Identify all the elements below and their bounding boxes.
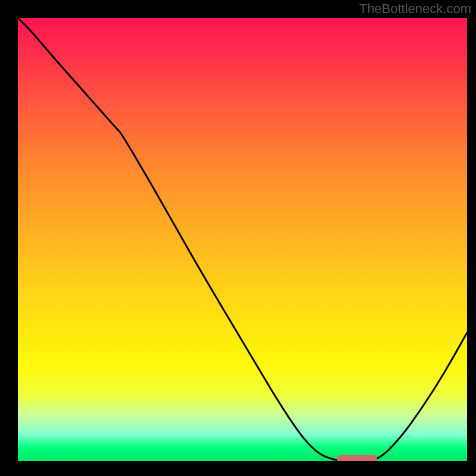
chart-optimal-marker [337,455,377,461]
chart-curve-line [18,18,467,461]
chart-plot-area [18,18,467,461]
watermark-text: TheBottleneck.com [359,1,471,17]
chart-curve-svg [18,18,467,461]
